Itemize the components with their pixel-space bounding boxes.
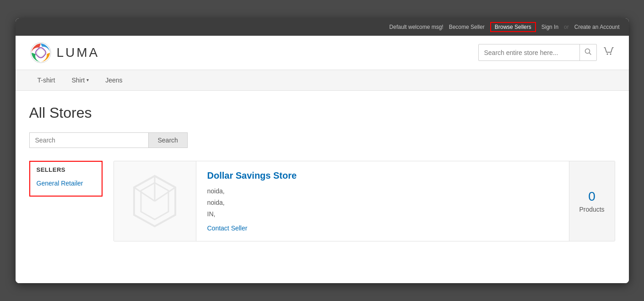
header: LUMA: [16, 36, 629, 70]
nav-shirt[interactable]: Shirt ▾: [63, 70, 97, 90]
store-logo-placeholder: [132, 174, 178, 229]
header-right: [478, 44, 615, 61]
browser-window: Default welcome msg! Become Seller Brows…: [16, 18, 629, 283]
store-card: Dollar Savings Store noida, noida, IN, C…: [114, 161, 615, 242]
store-list: Dollar Savings Store noida, noida, IN, C…: [114, 161, 615, 242]
page-title: All Stores: [29, 104, 615, 121]
nav-bar: T-shirt Shirt ▾ Jeens: [16, 70, 629, 91]
main-content: All Stores Search SELLERS General Retail…: [16, 91, 629, 283]
svg-line-3: [589, 53, 591, 55]
address-line2: noida,: [207, 197, 558, 208]
search-icon: [584, 48, 592, 55]
sellers-sidebar: SELLERS General Retailer: [29, 161, 103, 197]
store-info: Dollar Savings Store noida, noida, IN, C…: [196, 161, 569, 241]
store-address: noida, noida, IN,: [207, 186, 558, 220]
cart-icon[interactable]: [602, 45, 615, 60]
sidebar-title: SELLERS: [37, 166, 95, 173]
nav-tshirt[interactable]: T-shirt: [29, 70, 64, 90]
shirt-arrow-icon: ▾: [87, 77, 89, 82]
logo-text: LUMA: [57, 45, 100, 60]
contact-seller-link[interactable]: Contact Seller: [207, 224, 248, 232]
header-search-input[interactable]: [479, 45, 579, 60]
store-logo-area: [114, 161, 196, 241]
create-account-link[interactable]: Create an Account: [574, 24, 620, 30]
top-bar: Default welcome msg! Become Seller Brows…: [16, 18, 629, 36]
logo-icon: [29, 41, 52, 64]
store-search-button[interactable]: Search: [148, 132, 188, 148]
svg-line-10: [134, 187, 155, 201]
products-label: Products: [579, 206, 604, 213]
become-seller-link[interactable]: Become Seller: [449, 24, 485, 30]
browse-sellers-link[interactable]: Browse Sellers: [490, 22, 536, 32]
logo-area: LUMA: [29, 41, 100, 64]
svg-point-5: [610, 53, 611, 55]
products-count: 0: [588, 189, 595, 204]
svg-point-4: [606, 53, 608, 55]
store-search-row: Search: [29, 132, 615, 148]
sign-in-link[interactable]: Sign In: [541, 24, 558, 30]
svg-point-1: [37, 49, 44, 56]
svg-line-9: [155, 187, 175, 201]
welcome-msg: Default welcome msg!: [390, 24, 444, 30]
content-layout: SELLERS General Retailer: [29, 161, 615, 242]
sidebar-general-retailer[interactable]: General Retailer: [37, 178, 95, 189]
or-separator: or: [564, 24, 569, 30]
address-line3: IN,: [207, 208, 558, 220]
svg-point-0: [31, 43, 51, 63]
store-products: 0 Products: [569, 161, 615, 241]
store-name[interactable]: Dollar Savings Store: [207, 170, 558, 181]
header-search-button[interactable]: [579, 44, 596, 60]
address-line1: noida,: [207, 186, 558, 197]
store-search-input[interactable]: [29, 132, 148, 148]
header-search-box: [478, 44, 597, 61]
nav-jeens[interactable]: Jeens: [97, 70, 130, 90]
